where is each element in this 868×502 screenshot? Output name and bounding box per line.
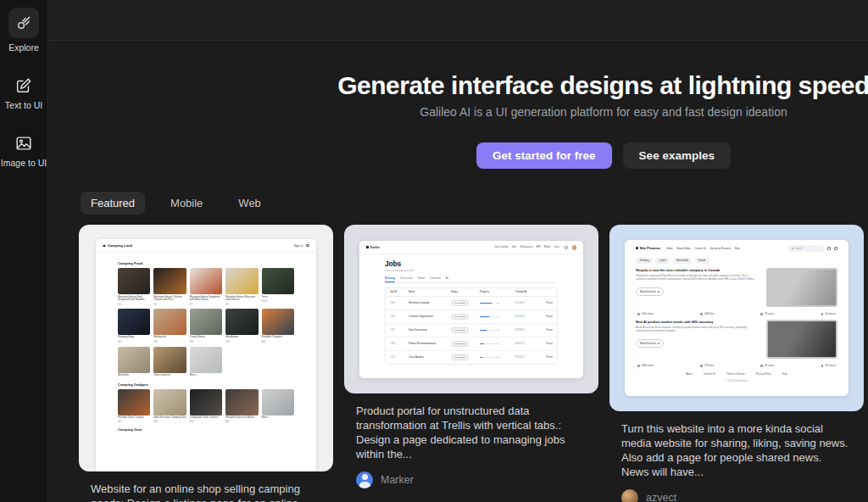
product-price: $30 <box>190 420 222 423</box>
sidebar-item-text-to-ui[interactable]: Text to UI <box>5 70 42 110</box>
stat-icon <box>637 313 640 315</box>
read-article-button: Read full article <box>636 339 664 348</box>
product-image <box>153 347 186 373</box>
product-image <box>153 389 186 416</box>
stat-icon <box>700 313 703 315</box>
mini-table-header-cell: Status <box>451 291 480 293</box>
article-stat: 28 shares <box>821 364 836 367</box>
tab-web[interactable]: Web <box>228 192 271 215</box>
cart-icon <box>306 244 309 248</box>
search-icon <box>792 248 793 249</box>
mini-browser: Trellis Data Catalog Jobs Workspaces API… <box>359 241 583 378</box>
design-card-she-finance: She Finance Home Shared News Contact Us … <box>609 225 864 502</box>
mini-tab: Failed <box>418 276 425 282</box>
progress-bar <box>480 330 495 332</box>
job-name: Customer Segmentation <box>409 315 451 318</box>
product-price: $9 <box>153 303 186 306</box>
product-price: $40 <box>262 340 294 343</box>
product-card: Backpacks $95 <box>153 309 186 343</box>
author-avatar <box>621 489 638 502</box>
footer-link: Terms of Service <box>726 372 745 376</box>
image-icon <box>14 133 34 153</box>
created-date: 6/1/2023 <box>515 302 539 304</box>
read-article-button: Read full article <box>636 287 664 296</box>
card-preview[interactable]: Camping Land Sign in Camping Food Mounta… <box>79 225 333 471</box>
article-stat: 3482 views <box>637 364 654 367</box>
row-action: Pause <box>539 356 553 359</box>
mini-tab: Canceled <box>430 276 441 282</box>
sidebar-item-label: Text to UI <box>5 100 42 110</box>
product-name: More... <box>190 374 222 377</box>
article-stat: 16 shares <box>821 312 836 315</box>
card-preview[interactable]: She Finance Home Shared News Contact Us … <box>609 225 864 411</box>
card-caption: Turn this website into a more kinda soci… <box>621 421 852 480</box>
progress-value: 15 <box>497 356 499 359</box>
status-badge: In Progress <box>451 341 469 347</box>
mini-page-subtitle: View and manage your jobs <box>385 269 558 272</box>
article-excerpt: Shopify has surpassed Royal Bank of Cana… <box>636 274 759 281</box>
see-examples-button[interactable]: See examples <box>623 142 731 169</box>
product-name: Multi-Function Camping Tool <box>153 416 186 420</box>
created-date: 6/2/2023 <box>515 315 539 318</box>
filter-pill: Latest <box>655 258 670 265</box>
footer-link: Help <box>782 372 787 376</box>
mini-tab: Running <box>385 276 395 282</box>
status-badge: In Progress <box>451 327 469 333</box>
product-image <box>262 309 294 335</box>
design-card-camping: Camping Land Sign in Camping Food Mounta… <box>79 225 333 502</box>
product-card: Collapsible Solar Lantern $30 <box>190 389 222 424</box>
edit-icon <box>14 75 34 96</box>
author-name: Marker <box>381 474 414 486</box>
product-image <box>118 309 150 335</box>
article-title: Shopify is now the most valuable company… <box>636 268 759 272</box>
design-card-trellis: Trellis Data Catalog Jobs Workspaces API… <box>344 225 598 488</box>
job-name: Sales Forecasting <box>409 329 451 332</box>
mini-table-header-cell: Progress <box>480 291 515 293</box>
product-price: $30 <box>225 340 258 343</box>
card-author: Marker <box>356 471 587 488</box>
product-price: $45 <box>190 340 222 343</box>
product-price: $65 <box>225 420 258 423</box>
product-card: More... <box>262 389 294 424</box>
mini-page-title: Jobs <box>385 259 558 268</box>
sidebar-item-label: Image to UI <box>1 158 47 168</box>
tab-mobile[interactable]: Mobile <box>160 192 213 215</box>
card-column: Trellis Data Catalog Jobs Workspaces API… <box>344 225 598 502</box>
product-card: More... <box>190 347 222 378</box>
progress-bar <box>480 316 495 318</box>
card-column: She Finance Home Shared News Contact Us … <box>609 225 864 502</box>
filter-pill: Saved <box>695 258 709 265</box>
mini-nav-item: Model <box>544 246 550 248</box>
product-price: $65 <box>118 340 150 343</box>
cta-row: Get started for free See examples <box>476 142 731 169</box>
product-name: Headlamps <box>225 336 258 339</box>
product-name: Backpacks <box>153 336 186 339</box>
sidebar-item-explore[interactable]: Explore <box>8 8 39 53</box>
product-image <box>262 389 294 416</box>
product-card: Mountain House Spaghetti with Meat Sauce… <box>190 268 222 306</box>
job-name: Churn Analysis <box>409 356 451 359</box>
mini-copyright: © 2024 She Finance <box>636 379 837 382</box>
product-image <box>225 268 258 294</box>
mini-nav-item: Workspaces <box>520 246 533 248</box>
product-price: $95 <box>153 340 186 343</box>
stat-icon <box>821 313 824 315</box>
product-price: $150 <box>262 299 294 303</box>
job-id: #123 <box>390 302 409 304</box>
filter-pill: Trending <box>636 258 653 265</box>
mini-section-title: Camping Food <box>118 261 294 265</box>
product-name: Mountain House Chicken Teriyaki with Ric… <box>153 296 186 303</box>
product-card: Mountain House Chicken Teriyaki with Ric… <box>153 268 186 306</box>
product-image <box>262 268 294 294</box>
mini-nav-item: Docs <box>554 246 559 248</box>
filter-pill: Most Liked <box>673 258 693 265</box>
sidebar-item-image-to-ui[interactable]: Image to UI <box>1 128 47 168</box>
product-image <box>190 389 222 416</box>
product-image <box>153 268 186 294</box>
job-name: Marketing Campaign <box>409 302 451 304</box>
card-preview[interactable]: Trellis Data Catalog Jobs Workspaces API… <box>344 225 598 393</box>
progress-value: 45 <box>497 329 499 332</box>
get-started-button[interactable]: Get started for free <box>476 142 612 169</box>
tab-featured[interactable]: Featured <box>81 192 145 215</box>
page-subtitle: Galileo AI is a UI generation platform f… <box>420 105 787 119</box>
